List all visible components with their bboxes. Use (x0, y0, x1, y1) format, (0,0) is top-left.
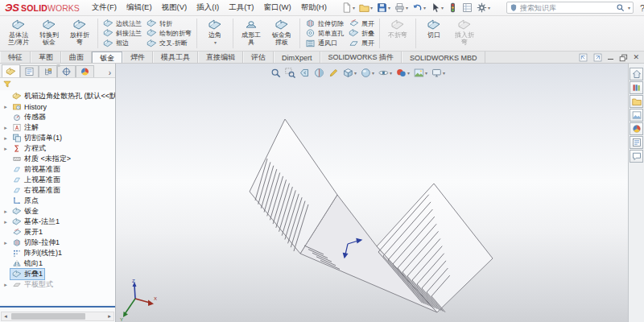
flatten-button[interactable]: 展开 (346, 39, 377, 48)
save-button[interactable]: ▾ (375, 1, 392, 14)
equations-icon (12, 144, 22, 153)
jog-button[interactable]: 转折 (144, 19, 194, 28)
dimxpert-manager-tab[interactable] (57, 65, 76, 77)
command-tab-10[interactable]: SOLIDWORKS MBD (402, 52, 485, 63)
menu-item-3[interactable]: 插入(I) (192, 1, 223, 14)
file-explorer-button[interactable] (630, 95, 643, 108)
task-list-button[interactable] (460, 1, 474, 14)
traffic-light-button[interactable] (446, 1, 460, 14)
expand-arrow-icon[interactable]: ▸ (2, 240, 10, 246)
open-folder-button[interactable]: ▾ (357, 1, 374, 14)
expand-arrow-icon[interactable]: ▸ (2, 125, 10, 131)
hem-button[interactable]: 褶边 (101, 39, 144, 48)
rip-button[interactable]: 切口 (419, 17, 449, 50)
edit-appearance-button[interactable]: ▾ (395, 67, 411, 79)
vent-button[interactable]: 通风口 (303, 39, 346, 48)
design-library-button[interactable] (630, 81, 643, 94)
miter-flange-button[interactable]: 斜接法兰 (101, 28, 144, 38)
print-button[interactable]: ▾ (393, 1, 410, 14)
panel-resize-handle[interactable] (56, 64, 60, 67)
custom-properties-button[interactable] (630, 136, 643, 149)
doc-minimize-icon[interactable] (608, 59, 613, 60)
search-input[interactable] (520, 4, 613, 12)
expand-arrow-icon[interactable]: ▸ (2, 135, 10, 142)
tree-horizontal-scrollbar[interactable]: ◂ ▸ (1, 312, 114, 321)
command-tab-0[interactable]: 特征 (0, 52, 31, 63)
command-tab-7[interactable]: 评估 (243, 52, 274, 63)
help-button[interactable]: ?▾ (640, 3, 644, 13)
scrollbar-thumb[interactable] (11, 313, 85, 320)
search-caret-icon[interactable]: ▾ (628, 5, 630, 10)
scroll-right-icon[interactable]: ▸ (105, 313, 114, 320)
forming-tool-button[interactable]: 成形工具 (236, 17, 266, 50)
property-manager-tab[interactable] (20, 65, 39, 77)
command-tab-8[interactable]: DimXpert (274, 52, 320, 63)
graphics-viewport[interactable]: ▾▾▾▾▾▾ (116, 64, 628, 322)
gear-button[interactable]: ▾ (475, 1, 492, 14)
undo-button[interactable]: ▾ (411, 1, 427, 14)
button-label: 通风口 (318, 39, 337, 47)
expand-arrow-icon[interactable]: ▸ (2, 208, 10, 215)
command-tab-2[interactable]: 曲面 (61, 52, 92, 63)
search-icon[interactable] (616, 3, 625, 12)
menu-item-1[interactable]: 编辑(E) (122, 1, 156, 14)
menu-item-0[interactable]: 文件(F) (88, 1, 121, 14)
cross-break-button[interactable]: 交叉-折断 (144, 39, 194, 48)
fold-button[interactable]: 折叠 (346, 28, 377, 38)
tree-splitter-bar[interactable] (0, 306, 115, 308)
home-button[interactable] (630, 68, 643, 80)
base-flange-button[interactable]: 基体法兰/薄片 (3, 17, 34, 50)
annotation-view-button[interactable] (328, 67, 340, 79)
menu-item-6[interactable]: 帮助(H) (297, 1, 331, 14)
command-tab-4[interactable]: 焊件 (122, 52, 153, 63)
doc-restore-icon[interactable] (620, 54, 627, 60)
doc-close-icon[interactable]: ✕ (633, 54, 639, 61)
unfold-button[interactable]: 展开 (346, 19, 377, 28)
forum-button[interactable] (630, 150, 643, 163)
sheet-metal-model[interactable]: Z X Y (116, 64, 627, 321)
edge-flange-button[interactable]: 边线法兰 (101, 19, 144, 28)
expand-arrow-icon[interactable]: ▸ (2, 104, 10, 110)
zoom-area-button[interactable] (284, 67, 296, 79)
filter-funnel-icon[interactable] (2, 80, 12, 89)
doc-window-toggle-icon[interactable] (579, 53, 588, 62)
display-style-button[interactable]: ▾ (360, 67, 375, 79)
view-orientation-button[interactable]: ▾ (342, 67, 357, 79)
command-tab-9[interactable]: SOLIDWORKS 插件 (320, 52, 402, 63)
command-tab-3[interactable]: 钣金 (92, 52, 122, 63)
feature-manager-tab[interactable] (2, 64, 20, 77)
convert-sheet-metal-button[interactable]: 转换到钣金 (34, 17, 64, 50)
gusset-button[interactable]: 钣金角撑板 (266, 17, 297, 50)
select-cursor-button[interactable]: ▾ (428, 1, 445, 14)
previous-view-button[interactable] (299, 67, 311, 79)
simple-hole-button[interactable]: 简单直孔 (303, 28, 346, 38)
extruded-cut-button[interactable]: 拉伸切除 (303, 19, 346, 28)
command-tab-5[interactable]: 模具工具 (153, 52, 198, 63)
command-tab-6[interactable]: 直接编辑 (198, 52, 243, 63)
command-tab-1[interactable]: 草图 (31, 52, 61, 63)
menu-item-5[interactable]: 窗口(W) (259, 1, 295, 14)
sensors-icon (12, 113, 22, 122)
configuration-manager-tab[interactable] (39, 65, 57, 77)
new-doc-button[interactable]: ▾ (340, 1, 357, 14)
expand-arrow-icon[interactable]: ▸ (2, 146, 10, 152)
display-manager-tab[interactable] (76, 65, 94, 77)
sketched-bend-button[interactable]: 绘制的折弯 (144, 28, 194, 38)
menu-item-4[interactable]: 工具(T) (225, 1, 258, 14)
scroll-left-icon[interactable]: ◂ (2, 313, 10, 320)
apply-scene-button[interactable]: ▾ (413, 67, 428, 79)
corner-button[interactable]: 边角▾ (200, 17, 230, 50)
view-settings-button[interactable]: ▾ (431, 67, 446, 79)
view-palette-button[interactable] (630, 109, 643, 122)
lofted-bend-button[interactable]: 放样折弯 (64, 17, 95, 50)
section-view-button[interactable] (313, 67, 325, 79)
appearances-button[interactable] (630, 122, 643, 135)
menu-item-2[interactable]: 视图(V) (158, 1, 192, 14)
zoom-fit-button[interactable] (270, 67, 282, 79)
expand-arrow-icon[interactable]: ▸ (2, 282, 10, 288)
panel-tabs-overflow[interactable]: › (106, 68, 114, 77)
hide-show-button[interactable]: ▾ (378, 67, 393, 79)
doc-window-toggle-icon[interactable] (593, 53, 602, 62)
tree-item-0[interactable]: 机箱边角处散热孔 (默认<<默认>_显示状 (2, 91, 115, 101)
expand-arrow-icon[interactable]: ▸ (2, 219, 10, 225)
